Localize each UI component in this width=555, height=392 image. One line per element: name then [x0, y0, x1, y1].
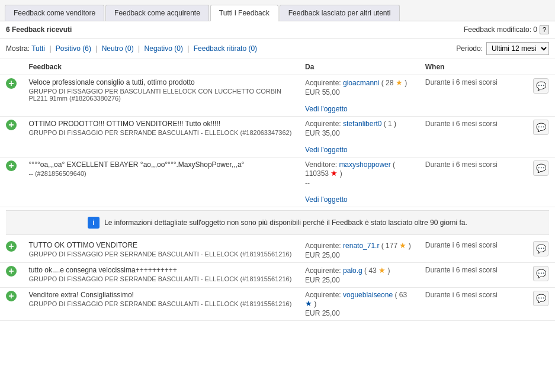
- help-button[interactable]: ?: [540, 25, 549, 34]
- modified-label: Feedback modificato: 0: [464, 25, 537, 34]
- buyer-score: ( 177: [381, 242, 397, 250]
- row-da-cell: Acquirente: stefanlibert0 ( 1 ) EUR 35,0…: [299, 117, 419, 158]
- buyer-info: Acquirente: stefanlibert0 ( 1 ): [305, 120, 413, 128]
- row-when-cell: Durante i 6 mesi scorsi: [419, 117, 528, 158]
- star-blue-icon: ★: [305, 299, 312, 308]
- buyer-info: Acquirente: renato_71.r ( 177 ★ ): [305, 241, 413, 250]
- price-text: --: [305, 179, 413, 187]
- buyer-info: Venditore: maxyshoppower ( 110353 ★ ): [305, 160, 413, 178]
- buyer-score: ( 63: [394, 291, 407, 299]
- row-icon-cell: +: [0, 263, 23, 288]
- buyer-score-close: ): [340, 169, 342, 178]
- filter-neutro[interactable]: Neutro (0): [102, 44, 134, 53]
- filter-bar: Mostra: Tutti | Positivo (6) | Neutro (0…: [0, 38, 555, 59]
- when-text: Durante i 6 mesi scorsi: [425, 241, 498, 249]
- row-action-cell: 💬: [527, 75, 555, 117]
- when-text: Durante i 6 mesi scorsi: [425, 120, 498, 128]
- tab-tutti[interactable]: Tutti i Feedback: [210, 5, 278, 21]
- buyer-label: Acquirente:: [305, 266, 341, 275]
- buyer-score-close: ): [387, 266, 390, 275]
- row-action-cell: 💬: [527, 238, 555, 263]
- row-when-cell: Durante i 6 mesi scorsi: [419, 75, 528, 117]
- table-row: + °°°°oa,,,oa° EXCELLENT EBAYER °ao,,,oo…: [0, 158, 555, 207]
- info-icon: i: [88, 217, 100, 229]
- row-da-cell: Acquirente: gioacmanni ( 28 ★ ) EUR 55,0…: [299, 75, 419, 117]
- row-action-cell: 💬: [527, 117, 555, 158]
- buyer-info: Acquirente: vogueblaiseone ( 63 ★ ): [305, 291, 413, 308]
- row-action-cell: 💬: [527, 158, 555, 207]
- row-action-cell: 💬: [527, 263, 555, 288]
- view-item-link[interactable]: Vedi l'oggetto: [305, 146, 348, 154]
- positive-icon: +: [6, 120, 17, 130]
- row-da-cell: Venditore: maxyshoppower ( 110353 ★ ) --…: [299, 158, 419, 207]
- table-row: + Veloce professionale consiglio a tutti…: [0, 75, 555, 117]
- info-notice: i Le informazioni dettagliate sull'ogget…: [6, 210, 549, 235]
- header-action-col: [527, 59, 555, 75]
- buyer-label: Venditore:: [305, 160, 337, 169]
- view-item-link[interactable]: Vedi l'oggetto: [305, 105, 348, 113]
- price-text: EUR 25,00: [305, 276, 413, 284]
- star-icon: ★: [399, 241, 406, 250]
- header-when-col: When: [419, 59, 528, 75]
- buyer-name-link[interactable]: stefanlibert0: [343, 120, 381, 128]
- when-text: Durante i 6 mesi scorsi: [425, 160, 498, 169]
- row-feedback-cell: TUTTO OK OTTIMO VENDITORE GRUPPO DI FISS…: [23, 238, 299, 263]
- summary-right: Feedback modificato: 0 ?: [464, 25, 549, 34]
- action-button[interactable]: 💬: [533, 120, 548, 135]
- price-text: EUR 35,00: [305, 129, 413, 137]
- filter-tutti[interactable]: Tutti: [31, 44, 45, 53]
- info-notice-cell: i Le informazioni dettagliate sull'ogget…: [0, 207, 555, 239]
- buyer-score-close: ): [394, 120, 396, 128]
- buyer-name-link[interactable]: gioacmanni: [343, 79, 379, 87]
- action-button[interactable]: 💬: [533, 241, 548, 256]
- action-button[interactable]: 💬: [533, 160, 548, 176]
- action-button[interactable]: 💬: [533, 266, 548, 281]
- row-feedback-cell: Veloce professionale consiglio a tutti, …: [23, 75, 299, 117]
- view-item-link[interactable]: Vedi l'oggetto: [305, 195, 348, 204]
- buyer-label: Acquirente:: [305, 242, 341, 250]
- header-da-col: Da: [299, 59, 419, 75]
- row-feedback-cell: Venditore extra! Consigliatissimo! GRUPP…: [23, 288, 299, 321]
- period-select-container: Periodo: Ultimi 12 mesi Ultimi 6 mesi Ul…: [456, 42, 549, 55]
- price-text: EUR 25,00: [305, 309, 413, 317]
- header-icon-col: [0, 59, 23, 75]
- row-feedback-cell: °°°°oa,,,oa° EXCELLENT EBAYER °ao,,,oo°°…: [23, 158, 299, 207]
- filter-positivo[interactable]: Positivo (6): [56, 44, 91, 53]
- positive-icon: +: [6, 266, 17, 277]
- period-dropdown[interactable]: Ultimi 12 mesi Ultimi 6 mesi Ultimi 3 me…: [486, 42, 549, 55]
- mostra-label: Mostra:: [6, 44, 30, 53]
- buyer-score: ( 43: [364, 266, 377, 275]
- tab-venditore[interactable]: Feedback come venditore: [5, 5, 104, 21]
- table-row: + TUTTO OK OTTIMO VENDITORE GRUPPO DI FI…: [0, 238, 555, 263]
- sep1: |: [49, 44, 51, 53]
- table-header-row: Feedback Da When: [0, 59, 555, 75]
- tab-acquirente[interactable]: Feedback come acquirente: [105, 5, 209, 21]
- action-button[interactable]: 💬: [533, 291, 548, 306]
- positive-icon: +: [6, 291, 17, 301]
- tab-lasciato[interactable]: Feedback lasciato per altri utenti: [280, 5, 400, 21]
- feedback-title: Veloce professionale consiglio a tutti, …: [29, 78, 293, 86]
- buyer-name-link[interactable]: renato_71.r: [343, 242, 379, 250]
- feedback-title: Venditore extra! Consigliatissimo!: [29, 291, 293, 299]
- when-text: Durante i 6 mesi scorsi: [425, 78, 498, 86]
- row-when-cell: Durante i 6 mesi scorsi: [419, 288, 528, 321]
- filter-negativo[interactable]: Negativo (0): [145, 44, 183, 53]
- action-button[interactable]: 💬: [533, 78, 548, 94]
- buyer-name-link[interactable]: palo.g: [343, 266, 362, 275]
- filter-ritirato[interactable]: Feedback ritirato (0): [194, 44, 257, 53]
- price-text: EUR 55,00: [305, 88, 413, 97]
- buyer-label: Acquirente:: [305, 291, 341, 299]
- positive-icon: +: [6, 160, 17, 171]
- feedback-subtitle: GRUPPO DI FISSAGGIO PER SERRANDE BASCULA…: [29, 250, 293, 258]
- row-da-cell: Acquirente: palo.g ( 43 ★ ) EUR 25,00: [299, 263, 419, 288]
- buyer-name-link[interactable]: vogueblaiseone: [343, 291, 393, 299]
- price-text: EUR 25,00: [305, 251, 413, 259]
- table-row: + tutto ok....e consegna velocissima++++…: [0, 263, 555, 288]
- table-row: + OTTIMO PRODOTTO!!! OTTIMO VENDITORE!!!…: [0, 117, 555, 158]
- row-when-cell: Durante i 6 mesi scorsi: [419, 263, 528, 288]
- buyer-name-link[interactable]: maxyshoppower: [339, 160, 390, 169]
- filter-options: Mostra: Tutti | Positivo (6) | Neutro (0…: [6, 44, 257, 53]
- feedback-title: °°°°oa,,,oa° EXCELLENT EBAYER °ao,,,oo°°…: [29, 160, 293, 169]
- feedback-table: Feedback Da When + Veloce professionale …: [0, 59, 555, 321]
- row-icon-cell: +: [0, 158, 23, 207]
